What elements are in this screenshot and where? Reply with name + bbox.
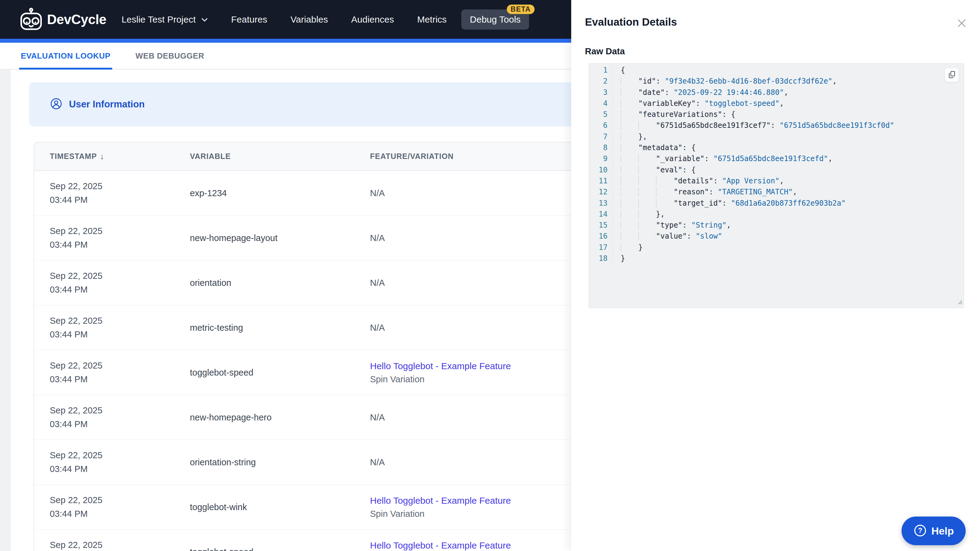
code-lines: 1{2 "id": "9f3e4b32-6ebb-4d16-8bef-03dcc… xyxy=(589,64,964,264)
timestamp-cell: Sep 22, 202503:44 PM xyxy=(50,495,190,519)
copy-button[interactable] xyxy=(945,68,959,82)
user-information-banner[interactable]: User Information xyxy=(29,83,595,126)
table-row[interactable]: Sep 22, 202503:44 PMnew-homepage-layoutN… xyxy=(34,216,595,260)
panel-title: Evaluation Details xyxy=(585,16,677,28)
timestamp-time: 03:44 PM xyxy=(50,464,190,474)
table-row[interactable]: Sep 22, 202503:44 PMorientationN/A xyxy=(34,260,595,305)
code-line: 17 } xyxy=(589,242,964,253)
code-line: 12 "reason": "TARGETING_MATCH", xyxy=(589,186,964,197)
timestamp-cell: Sep 22, 202503:44 PM xyxy=(50,540,190,551)
project-selector[interactable]: Leslie Test Project xyxy=(121,14,208,25)
feature-link[interactable]: Hello Togglebot - Example Feature xyxy=(370,361,595,371)
line-number: 18 xyxy=(589,253,613,264)
code-line: 6 "6751d5a65bdc8ee191f3cef7": "6751d5a65… xyxy=(589,120,964,131)
table-row[interactable]: Sep 22, 202503:44 PMmetric-testingN/A xyxy=(34,305,595,350)
line-number: 16 xyxy=(589,231,613,241)
timestamp-date: Sep 22, 2025 xyxy=(50,495,190,505)
line-number: 13 xyxy=(589,198,613,209)
line-number: 10 xyxy=(589,164,613,175)
banner-title: User Information xyxy=(69,99,145,110)
tab-web-debugger[interactable]: WEB DEBUGGER xyxy=(135,43,204,69)
table-body: Sep 22, 202503:44 PMexp-1234N/ASep 22, 2… xyxy=(34,171,595,551)
feature-na: N/A xyxy=(370,188,595,198)
feature-na: N/A xyxy=(370,278,595,288)
timestamp-date: Sep 22, 2025 xyxy=(50,181,190,191)
nav-item-audiences[interactable]: Audiences xyxy=(351,14,394,25)
column-header-variable[interactable]: VARIABLE xyxy=(190,152,370,161)
code-line: 9 "_variable": "6751d5a65bdc8ee191f3cefd… xyxy=(589,153,964,164)
variable-cell: new-homepage-hero xyxy=(190,413,370,422)
close-icon[interactable] xyxy=(955,16,969,30)
nav-item-variables[interactable]: Variables xyxy=(290,14,328,25)
code-line: 1{ xyxy=(589,65,964,76)
raw-data-label: Raw Data xyxy=(585,46,625,56)
table-row[interactable]: Sep 22, 202503:44 PMtogglebot-speedHello… xyxy=(34,350,595,395)
timestamp-time: 03:44 PM xyxy=(50,240,190,250)
feature-link[interactable]: Hello Togglebot - Example Feature xyxy=(370,495,595,506)
timestamp-cell: Sep 22, 202503:44 PM xyxy=(50,181,190,205)
project-selector-label: Leslie Test Project xyxy=(121,14,196,25)
variable-cell: new-homepage-layout xyxy=(190,233,370,243)
line-number: 12 xyxy=(589,186,613,197)
column-header-timestamp[interactable]: TIMESTAMP↓ xyxy=(50,152,190,161)
variable-cell: orientation xyxy=(190,278,370,288)
code-line: 18} xyxy=(589,253,964,264)
nav-item-features[interactable]: Features xyxy=(231,14,267,25)
line-number: 4 xyxy=(589,98,613,109)
evaluation-table: TIMESTAMP↓VARIABLEFEATURE/VARIATION Sep … xyxy=(33,142,595,551)
code-line: 3 "date": "2025-09-22 19:44:46.880", xyxy=(589,87,964,98)
nav-item-debug-tools[interactable]: Debug Tools BETA xyxy=(461,10,529,30)
debug-tools-label: Debug Tools xyxy=(470,14,520,25)
tab-evaluation-lookup[interactable]: EVALUATION LOOKUP xyxy=(21,43,111,69)
brand-name: DevCycle xyxy=(47,12,106,27)
code-line: 7 }, xyxy=(589,131,964,142)
code-line: 14 }, xyxy=(589,209,964,220)
timestamp-time: 03:44 PM xyxy=(50,374,190,384)
variable-cell: exp-1234 xyxy=(190,188,370,198)
timestamp-date: Sep 22, 2025 xyxy=(50,226,190,236)
code-line: 2 "id": "9f3e4b32-6ebb-4d16-8bef-03dccf3… xyxy=(589,76,964,87)
variable-cell: togglebot-speed xyxy=(190,547,370,551)
table-row[interactable]: Sep 22, 202503:44 PMorientation-stringN/… xyxy=(34,440,595,485)
table-row[interactable]: Sep 22, 202503:44 PMexp-1234N/A xyxy=(34,171,595,216)
table-row[interactable]: Sep 22, 202503:44 PMtogglebot-winkHello … xyxy=(34,485,595,530)
code-line: 10 "eval": { xyxy=(589,164,964,175)
help-label: Help xyxy=(931,525,954,537)
code-line: 11 "details": "App Version", xyxy=(589,175,964,186)
page-left-gutter xyxy=(0,70,11,551)
variable-cell: metric-testing xyxy=(190,323,370,333)
beta-badge: BETA xyxy=(507,5,535,14)
timestamp-time: 03:44 PM xyxy=(50,509,190,519)
evaluation-details-panel: Evaluation Details Raw Data 1{2 "id": "9… xyxy=(571,0,980,551)
resize-grip[interactable] xyxy=(956,299,963,307)
copy-icon xyxy=(948,70,956,79)
nav-item-metrics[interactable]: Metrics xyxy=(417,14,447,25)
feature-link[interactable]: Hello Togglebot - Example Feature xyxy=(370,540,595,551)
timestamp-date: Sep 22, 2025 xyxy=(50,540,190,550)
nav-links: FeaturesVariablesAudiencesMetrics xyxy=(231,14,447,25)
sort-desc-icon[interactable]: ↓ xyxy=(100,152,104,161)
code-line: 15 "type": "String", xyxy=(589,220,964,231)
help-question-icon: ? xyxy=(913,524,927,538)
feature-na: N/A xyxy=(370,233,595,243)
variable-cell: togglebot-wink xyxy=(190,502,370,512)
table-row[interactable]: Sep 22, 202503:44 PMnew-homepage-heroN/A xyxy=(34,395,595,440)
timestamp-date: Sep 22, 2025 xyxy=(50,271,190,281)
column-header-feature-variation[interactable]: FEATURE/VARIATION xyxy=(370,152,595,161)
help-button[interactable]: ? Help xyxy=(902,516,966,545)
code-line: 8 "metadata": { xyxy=(589,142,964,153)
line-number: 1 xyxy=(589,65,613,76)
timestamp-date: Sep 22, 2025 xyxy=(50,360,190,371)
devcycle-logo[interactable]: DevCycle xyxy=(19,7,106,32)
timestamp-date: Sep 22, 2025 xyxy=(50,450,190,460)
variable-cell: orientation-string xyxy=(190,457,370,467)
line-number: 17 xyxy=(589,242,613,253)
line-number: 6 xyxy=(589,120,613,131)
timestamp-cell: Sep 22, 202503:44 PM xyxy=(50,405,190,429)
raw-data-code-block[interactable]: 1{2 "id": "9f3e4b32-6ebb-4d16-8bef-03dcc… xyxy=(589,63,964,308)
feature-na: N/A xyxy=(370,413,595,422)
line-number: 7 xyxy=(589,131,613,142)
devcycle-robot-icon xyxy=(19,7,43,32)
code-line: 13 "target_id": "68d1a6a20b873ff62e903b2… xyxy=(589,198,964,209)
table-row[interactable]: Sep 22, 202503:44 PMtogglebot-speedHello… xyxy=(34,530,595,551)
